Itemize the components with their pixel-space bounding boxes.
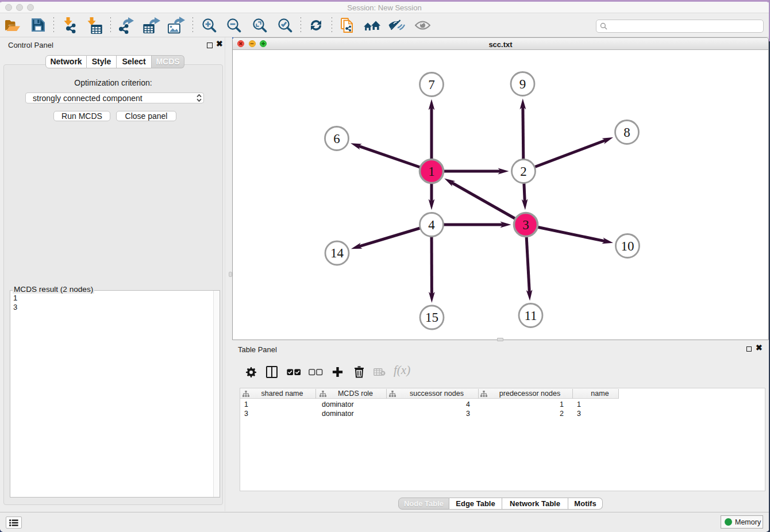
svg-text:4: 4: [428, 218, 435, 232]
svg-text:10: 10: [621, 239, 634, 253]
svg-text:15: 15: [425, 310, 438, 325]
svg-text:14: 14: [330, 246, 344, 260]
svg-text:2: 2: [520, 164, 527, 179]
svg-text:9: 9: [519, 77, 526, 91]
svg-text:8: 8: [623, 125, 630, 140]
svg-text:11: 11: [524, 309, 537, 323]
svg-text:6: 6: [333, 132, 340, 146]
svg-text:1: 1: [428, 164, 435, 179]
svg-text:3: 3: [522, 218, 529, 232]
svg-text:7: 7: [428, 78, 435, 92]
